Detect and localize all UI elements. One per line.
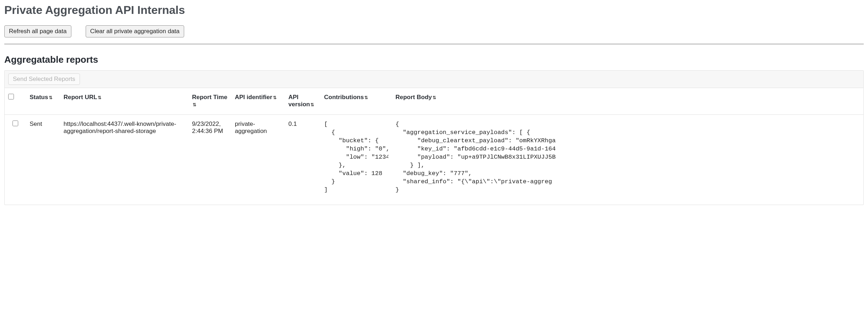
reports-table: Status⇅ Report URL⇅ Report Time⇅ API ide… (5, 88, 863, 205)
cell-api-identifier: private-aggregation (231, 115, 285, 205)
column-header-select-all (5, 88, 26, 115)
page-title: Private Aggregation API Internals (4, 4, 864, 17)
send-selected-reports-button[interactable]: Send Selected Reports (8, 73, 80, 85)
column-label: API identifier (235, 94, 272, 101)
table-row: Sent https://localhost:4437/.well-known/… (5, 115, 863, 205)
cell-api-version: 0.1 (285, 115, 321, 205)
column-header-report-time[interactable]: Report Time⇅ (188, 88, 231, 115)
row-select-checkbox[interactable] (12, 121, 18, 126)
sort-icon: ⇅ (98, 95, 101, 100)
sort-icon: ⇅ (273, 95, 277, 100)
reports-table-container: Send Selected Reports Status⇅ Report UR (4, 70, 864, 205)
reports-table-header-bar: Send Selected Reports (5, 71, 863, 88)
column-header-report-url[interactable]: Report URL⇅ (60, 88, 188, 115)
column-label: Report Time (192, 94, 227, 101)
column-header-status[interactable]: Status⇅ (26, 88, 60, 115)
cell-report-url: https://localhost:4437/.well-known/priva… (60, 115, 188, 205)
column-label: Report URL (64, 94, 97, 101)
cell-status: Sent (26, 115, 60, 205)
sort-icon: ⇅ (193, 102, 196, 107)
report-body-pre: { "aggregation_service_payloads": [ { "d… (395, 121, 860, 194)
column-label: Contributions (324, 94, 364, 101)
sort-icon: ⇅ (49, 95, 52, 100)
column-label: Status (30, 94, 48, 101)
column-header-api-identifier[interactable]: API identifier⇅ (231, 88, 285, 115)
reports-heading: Aggregatable reports (4, 54, 864, 65)
refresh-button[interactable]: Refresh all page data (4, 25, 71, 37)
contributions-pre: [ { "bucket": { "high": "0", "low": "123… (324, 121, 388, 194)
cell-contributions: [ { "bucket": { "high": "0", "low": "123… (321, 115, 392, 205)
column-header-contributions[interactable]: Contributions⇅ (321, 88, 392, 115)
clear-button[interactable]: Clear all private aggregation data (86, 25, 184, 37)
sort-icon: ⇅ (433, 95, 436, 100)
sort-icon: ⇅ (364, 95, 368, 100)
section-divider (4, 44, 864, 44)
toolbar: Refresh all page data Clear all private … (4, 25, 864, 37)
column-label: API version (288, 94, 310, 108)
column-label: Report Body (395, 94, 432, 101)
select-all-checkbox[interactable] (8, 94, 14, 99)
column-header-report-body[interactable]: Report Body⇅ (392, 88, 863, 115)
sort-icon: ⇅ (311, 102, 314, 107)
column-header-api-version[interactable]: API version⇅ (285, 88, 321, 115)
cell-report-time: 9/23/2022, 2:44:36 PM (188, 115, 231, 205)
cell-report-body: { "aggregation_service_payloads": [ { "d… (392, 115, 863, 205)
